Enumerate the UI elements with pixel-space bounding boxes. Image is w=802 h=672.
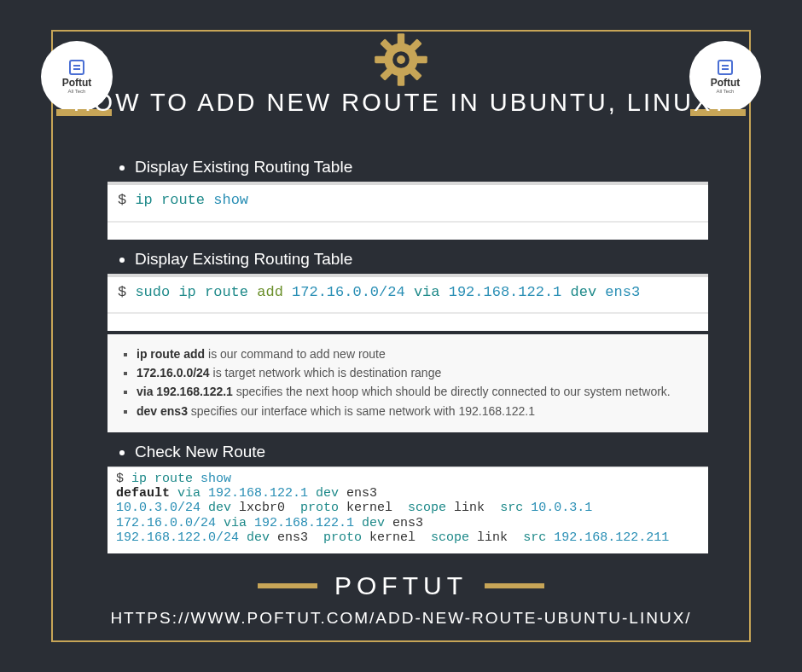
footer-brand: POFTUT [258, 571, 544, 600]
code-prompt: $ [118, 192, 135, 208]
section-heading-3: Check New Route [135, 443, 708, 461]
desc-line: via 192.168.122.1 specifies the next hoo… [137, 384, 694, 399]
code-arg: show [213, 192, 248, 208]
code-prompt: $ [118, 284, 135, 300]
svg-rect-2 [398, 75, 404, 86]
brand-badge-icon [69, 60, 84, 75]
gear-icon [371, 30, 431, 90]
code-command: ip route [135, 192, 213, 208]
code-text: ens3 [605, 284, 640, 300]
desc-line: dev ens3 specifies our interface which i… [137, 403, 694, 419]
svg-rect-1 [398, 33, 404, 44]
code-text: dev [571, 284, 606, 300]
desc-line: 172.16.0.0/24 is target network which is… [137, 365, 694, 380]
code-text: 192.168.122.1 [449, 284, 571, 300]
code-text: sudo ip route [135, 284, 257, 300]
code-text: add [257, 284, 292, 300]
code-text: 172.16.0.0/24 [292, 284, 414, 300]
section-heading-2: Display Existing Routing Table [135, 250, 708, 269]
page-title: HOW TO ADD NEW ROUTE IN UBUNTU, LINUX? [68, 87, 734, 118]
footer-url: HTTPS://WWW.POFTUT.COM/ADD-NEW-ROUTE-UBU… [68, 609, 734, 628]
svg-point-10 [397, 55, 405, 64]
section-heading-1: Display Existing Routing Table [135, 158, 708, 177]
brand-badge-icon [718, 60, 733, 75]
description-block: ip route add is our command to add new r… [108, 334, 708, 432]
code-block-3: $ ip route show default via 192.168.122.… [108, 466, 708, 553]
svg-rect-3 [375, 56, 386, 63]
code-block-1: $ ip route show [108, 182, 708, 240]
desc-line: ip route add is our command to add new r… [137, 346, 694, 362]
footer: POFTUT HTTPS://WWW.POFTUT.COM/ADD-NEW-RO… [68, 571, 734, 628]
main-content: Display Existing Routing Table $ ip rout… [111, 158, 708, 564]
svg-rect-4 [416, 56, 427, 63]
code-text: via [414, 284, 449, 300]
code-block-2: $ sudo ip route add 172.16.0.0/24 via 19… [108, 274, 708, 332]
